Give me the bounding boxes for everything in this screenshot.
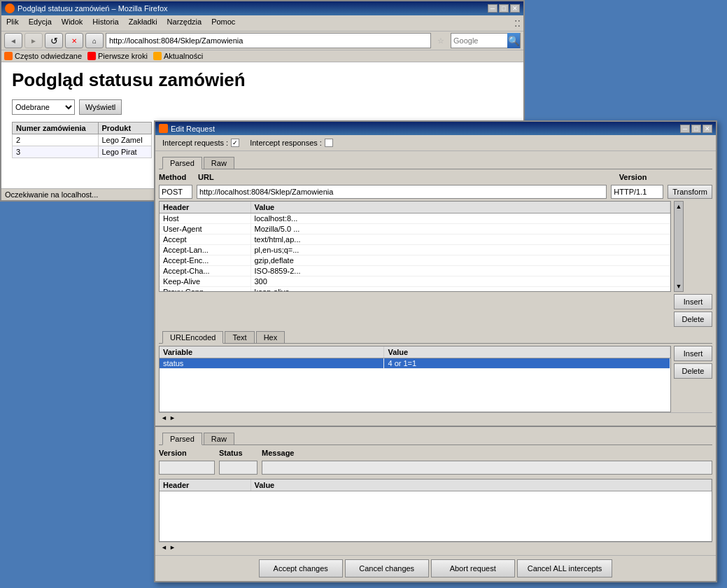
cancel-changes-button[interactable]: Cancel changes [345, 559, 429, 578]
header-name: Keep-Alive [160, 276, 250, 287]
tab-hex[interactable]: Hex [256, 331, 285, 343]
request-tab-bar: Parsed Raw [159, 155, 712, 169]
page-title: Podgląd statusu zamówień [12, 69, 513, 91]
tab-urlencoded[interactable]: URLEncoded [162, 331, 223, 344]
header-name: User-Agent [160, 224, 250, 234]
vars-side-buttons: Insert Delete [674, 346, 712, 412]
header-row: Accept-Cha...ISO-8859-2... [160, 266, 670, 276]
back-button[interactable]: ◄ [4, 33, 22, 48]
response-message-field[interactable] [262, 461, 712, 475]
headers-scrollbar[interactable]: ▲ ▼ [674, 201, 684, 292]
method-url-fields: Transform [159, 185, 712, 199]
response-scroll-indicator: ◄ ► [159, 542, 712, 552]
vars-table-wrap: Variable Value status 4 or 1=1 [159, 346, 671, 412]
menu-edycja[interactable]: Edycja [27, 17, 54, 29]
header-value: Mozilla/5.0 ... [250, 224, 670, 234]
header-value: 300 [250, 276, 670, 287]
bookmark-aktualnosci[interactable]: Aktualności [153, 52, 203, 60]
menu-widok[interactable]: Widok [59, 17, 85, 29]
menu-narzedzia[interactable]: Narzędzia [165, 17, 204, 29]
headers-area: Header Value Hostlocalhost:8...User-Agen… [159, 201, 712, 327]
header-value: keep-alive [250, 287, 670, 293]
wyswietl-button[interactable]: Wyświetl [79, 99, 122, 115]
var-value: 4 or 1=1 [384, 358, 670, 369]
dialog-icon [159, 124, 168, 133]
order-id: 3 [13, 146, 99, 158]
resp-scroll-right-icon: ► [169, 544, 176, 551]
transform-button[interactable]: Transform [668, 185, 712, 199]
reload-button[interactable]: ↺ [45, 33, 63, 48]
status-select[interactable]: Odebrane Wysłane Anulowane [12, 99, 75, 115]
forward-button[interactable]: ► [24, 33, 43, 48]
menu-plik[interactable]: Plik [4, 17, 21, 29]
header-name: Host [160, 214, 250, 224]
var-name: status [160, 358, 384, 369]
resp-scroll-left-icon: ◄ [161, 544, 167, 551]
intercept-responses-item: Intercept responses : [250, 139, 333, 147]
tab-raw-request[interactable]: Raw [204, 157, 234, 169]
col-produkt: Produkt [98, 122, 152, 134]
headers-delete-button[interactable]: Delete [674, 312, 712, 327]
header-row: Accepttext/html,ap... [160, 234, 670, 245]
dialog-minimize-button[interactable]: ─ [680, 125, 690, 133]
vars-table: Variable Value status 4 or 1=1 [160, 346, 670, 369]
toolbar: ◄ ► ↺ ✕ ⌂ ☆ 🔍 [1, 31, 523, 50]
headers-insert-button[interactable]: Insert [674, 294, 712, 309]
dialog-controls[interactable]: ─ □ ✕ [680, 125, 712, 133]
firefox-icon [5, 4, 15, 13]
request-section: Parsed Raw Method URL Version Transform [155, 151, 716, 426]
status-text: Oczekiwanie na localhost... [5, 190, 98, 199]
bookmark-pierwsze[interactable]: Pierwsze kroki [87, 52, 148, 60]
bookmark-pierwsze-icon [87, 52, 96, 60]
search-button[interactable]: 🔍 [507, 33, 520, 48]
maximize-button[interactable]: □ [499, 4, 509, 13]
order-controls: Odebrane Wysłane Anulowane Wyświetl [12, 99, 513, 115]
table-row: 3 Lego Pirat [13, 146, 152, 158]
value-col-body: Value [384, 346, 670, 358]
vars-delete-button[interactable]: Delete [674, 363, 712, 379]
method-url-labels: Method URL Version [159, 173, 712, 181]
header-row: Hostlocalhost:8... [160, 214, 670, 224]
tab-raw-response[interactable]: Raw [204, 433, 234, 444]
response-version-field[interactable] [159, 461, 215, 475]
close-button[interactable]: ✕ [510, 4, 520, 13]
minimize-button[interactable]: ─ [488, 4, 497, 13]
response-version-label: Version [159, 449, 215, 457]
tab-parsed-request[interactable]: Parsed [162, 157, 202, 169]
version-field[interactable] [611, 185, 663, 199]
response-fields [159, 461, 712, 475]
menu-historia[interactable]: Historia [90, 17, 120, 29]
bookmark-czesto-icon [4, 52, 13, 60]
stop-button[interactable]: ✕ [65, 33, 83, 48]
menu-pomoc[interactable]: Pomoc [209, 17, 237, 29]
url-field[interactable] [197, 185, 607, 199]
intercept-responses-checkbox[interactable] [325, 139, 333, 147]
bookmark-aktualnosci-icon [153, 52, 162, 60]
response-headers-area: Header Value [159, 479, 712, 542]
tab-text[interactable]: Text [225, 331, 254, 343]
titlebar-controls[interactable]: ─ □ ✕ [488, 4, 520, 13]
bookmarks-bar: Często odwiedzane Pierwsze kroki Aktualn… [1, 50, 523, 62]
cancel-all-intercepts-button[interactable]: Cancel ALL intercepts [517, 559, 613, 578]
tab-parsed-response[interactable]: Parsed [162, 433, 202, 445]
menu-zakladki[interactable]: Zakładki [127, 17, 160, 29]
abort-request-button[interactable]: Abort request [431, 559, 515, 578]
accept-changes-button[interactable]: Accept changes [259, 559, 343, 578]
col-numer: Numer zamówienia [13, 122, 99, 134]
address-bar[interactable] [106, 33, 431, 48]
search-input[interactable] [451, 36, 507, 45]
home-button[interactable]: ⌂ [85, 33, 104, 48]
dialog-maximize-button[interactable]: □ [691, 125, 701, 133]
dialog-titlebar: Edit Request ─ □ ✕ [155, 122, 716, 135]
method-field[interactable] [159, 185, 192, 199]
vars-insert-button[interactable]: Insert [674, 346, 712, 361]
response-labels: Version Status Message [159, 449, 712, 457]
menu-extra: :: [514, 17, 521, 29]
bookmark-star-icon[interactable]: ☆ [433, 33, 449, 48]
response-headers-table: Header Value [160, 479, 712, 491]
response-status-field[interactable] [219, 461, 257, 475]
response-table-wrap: Header Value [159, 479, 712, 542]
bookmark-czesto[interactable]: Często odwiedzane [4, 52, 82, 60]
intercept-requests-checkbox[interactable] [231, 139, 239, 147]
dialog-close-button[interactable]: ✕ [703, 125, 712, 133]
